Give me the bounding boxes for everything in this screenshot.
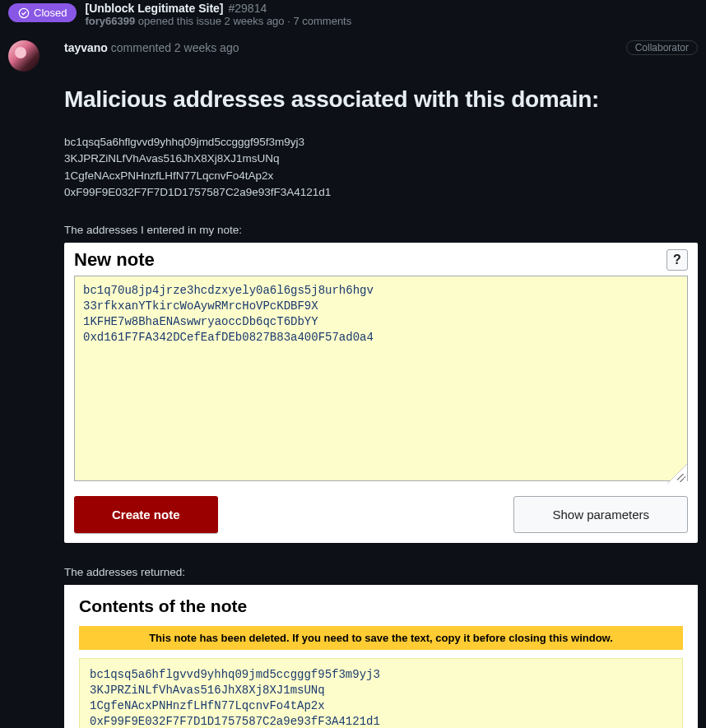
contents-text: bc1qsq5a6hflgvvd9yhhq09jmd5ccgggf95f3m9y… (79, 658, 683, 728)
contents-panel: Contents of the note This note has been … (64, 585, 698, 728)
comment-author[interactable]: tayvano (64, 41, 108, 54)
section-heading: Malicious addresses associated with this… (64, 86, 698, 113)
issue-title[interactable]: [Unblock Legitimate Site] (85, 2, 223, 15)
avatar[interactable] (8, 40, 39, 72)
issue-opened-text: opened this issue 2 weeks ago · 7 commen… (135, 15, 351, 27)
address-list: bc1qsq5a6hflgvvd9yhhq09jmd5ccgggf95f3m9y… (64, 134, 698, 201)
address-line: 1CgfeNAcxPNHnzfLHfN77LqcnvFo4tAp2x (64, 168, 698, 184)
issue-subline: fory66399 opened this issue 2 weeks ago … (85, 15, 698, 27)
closed-icon (18, 7, 30, 19)
issue-number: #29814 (229, 2, 267, 15)
address-line: 3KJPRZiNLfVhAvas516JhX8Xj8XJ1msUNq (64, 151, 698, 167)
show-parameters-button[interactable]: Show parameters (513, 496, 688, 533)
new-note-panel: New note ? Create note Show parameters (64, 243, 698, 543)
contents-title: Contents of the note (79, 596, 683, 616)
entered-label: The addresses I entered in my note: (64, 224, 698, 236)
issue-header: Closed [Unblock Legitimate Site] #29814 … (0, 0, 706, 34)
note-textarea[interactable] (74, 276, 688, 481)
svg-point-0 (19, 8, 28, 17)
address-line: bc1qsq5a6hflgvvd9yhhq09jmd5ccgggf95f3m9y… (64, 134, 698, 151)
returned-label: The addresses returned: (64, 566, 698, 578)
new-note-title: New note (74, 249, 155, 271)
deleted-banner: This note has been deleted. If you need … (79, 626, 683, 650)
status-text: Closed (34, 7, 67, 19)
status-badge: Closed (8, 3, 77, 22)
help-button[interactable]: ? (667, 249, 688, 271)
comment-header: tayvano commented 2 weeks ago Collaborat… (64, 34, 698, 62)
comment-time: commented 2 weeks ago (108, 41, 239, 54)
create-note-button[interactable]: Create note (74, 496, 218, 533)
issue-author[interactable]: fory66399 (85, 15, 135, 27)
collaborator-badge: Collaborator (626, 40, 698, 55)
address-line: 0xF99F9E032F7F7D1D1757587C2a9e93fF3A4121… (64, 184, 698, 201)
